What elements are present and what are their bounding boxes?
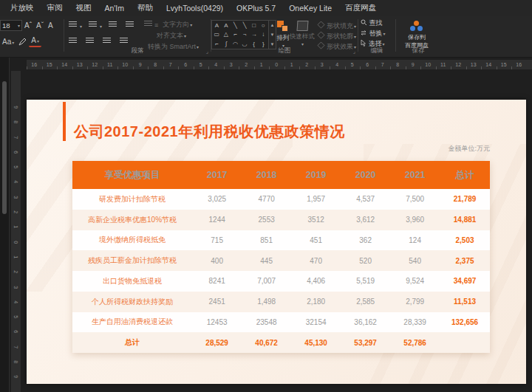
- shape-icon[interactable]: ↓: [259, 30, 268, 40]
- value-cell: 124: [390, 236, 440, 244]
- shape-icon[interactable]: ╲: [240, 21, 250, 30]
- ruler-tick: 0: [11, 237, 21, 247]
- numbering-button[interactable]: ▾: [84, 21, 104, 30]
- menu-item[interactable]: 百度网盘: [345, 3, 376, 13]
- bullets-button[interactable]: ▾: [64, 21, 84, 30]
- value-cell: 2451: [192, 298, 242, 306]
- ruler-tick: 13: [72, 60, 88, 69]
- menu-item[interactable]: OKPlus 5.7: [236, 4, 276, 13]
- find-button[interactable]: 查找: [358, 18, 385, 29]
- ruler-tick: 5: [11, 312, 21, 322]
- shape-icon[interactable]: ¬: [240, 30, 250, 40]
- justify-button[interactable]: [115, 37, 132, 47]
- table-row[interactable]: 研发费加计扣除节税3,02547701,9574,5377,50021,789: [72, 189, 490, 210]
- table-row[interactable]: 总计28,52940,67245,13053,29752,786: [72, 332, 490, 353]
- table-row[interactable]: 残疾员工薪金加计扣除节税4004454705205402,375: [72, 250, 490, 271]
- slide-canvas[interactable]: 公司2017-2021年利用税收优惠政策情况 金额单位:万元 享受优惠项目201…: [27, 100, 526, 384]
- ruler-tick: 5: [11, 162, 21, 172]
- arrange-icon: [277, 21, 290, 32]
- ruler-tick: 2: [11, 267, 21, 277]
- ruler-tick: 8: [11, 117, 21, 127]
- shape-icon[interactable]: ╲: [231, 21, 240, 30]
- slide-thumbnail-strip: [0, 58, 10, 392]
- slide-title[interactable]: 公司2017-2021年利用税收优惠政策情况: [74, 122, 345, 142]
- shape-gallery-shapes[interactable]: AA╲╲□○▭△⌐¬→↓⌐∫◠◡{}: [211, 20, 269, 49]
- shape-icon[interactable]: △: [222, 30, 231, 40]
- ruler-tick: 8: [148, 60, 163, 69]
- quick-styles-icon: [296, 21, 308, 31]
- ruler-tick: 16: [27, 60, 42, 69]
- shape-icon[interactable]: ○: [259, 21, 268, 30]
- shape-fill-button[interactable]: 形状填充▾: [315, 21, 358, 32]
- value-cell: 34,697: [440, 277, 490, 285]
- ruler-tick: 9: [406, 60, 421, 69]
- text-direction-button[interactable]: 文字方向▾: [160, 19, 194, 30]
- replace-button[interactable]: 替换▾: [358, 28, 388, 39]
- highlight-pen-button[interactable]: [16, 37, 29, 47]
- dialog-launcher-icon[interactable]: ⌟: [353, 49, 355, 55]
- font-size-combo[interactable]: 18 ▾: [0, 20, 22, 31]
- table-row[interactable]: 出口货物免抵退税82417,0074,4065,5199,52434,697: [72, 271, 490, 292]
- menu-item[interactable]: An'Im: [105, 4, 125, 13]
- value-cell: 28,339: [390, 318, 440, 326]
- menu-item[interactable]: 帮助: [137, 3, 153, 13]
- menu-item[interactable]: LvyhTools(0429): [166, 4, 223, 13]
- ruler-tick: 2: [11, 207, 21, 217]
- shape-gallery-scrollbar[interactable]: ▲ ▼ ▼: [269, 20, 276, 49]
- ruler-tick: 5: [345, 60, 361, 69]
- menu-item[interactable]: 视图: [76, 3, 92, 13]
- ruler-tick: 6: [360, 60, 375, 69]
- shape-icon[interactable]: ▭: [212, 30, 222, 40]
- ruler-tick: 1: [284, 60, 300, 69]
- ruler-tick: 4: [11, 298, 21, 307]
- value-cell: 5,519: [341, 277, 390, 285]
- line-spacing-button[interactable]: ≡: [140, 20, 160, 30]
- align-right-button[interactable]: [98, 37, 115, 47]
- shape-icon[interactable]: A: [212, 21, 222, 30]
- ruler-tick: 10: [420, 60, 436, 69]
- align-left-button[interactable]: [64, 37, 81, 47]
- change-case-button[interactable]: Aa▾: [0, 37, 16, 47]
- ruler-tick: 2: [239, 60, 254, 69]
- table-row[interactable]: 高新企业税率优惠10%节税1244255335123,6123,96014,88…: [72, 210, 490, 230]
- scroll-down-icon[interactable]: ▼: [269, 30, 276, 40]
- row-label-cell: 生产自用油消费税退还款: [72, 317, 192, 327]
- table-row[interactable]: 生产自用油消费税退还款12453235483215436,16228,33913…: [72, 312, 490, 333]
- menu-item[interactable]: 片放映: [10, 3, 34, 13]
- vertical-ruler: 9876543210123456789: [11, 71, 21, 392]
- indent-left-icon: [109, 21, 117, 28]
- unit-note[interactable]: 金额单位:万元: [448, 144, 490, 154]
- table-row[interactable]: 个人所得税财政扶持奖励24511,4982,1802,5852,79911,51…: [72, 292, 490, 312]
- ruler-tick: 2: [299, 60, 315, 69]
- save-group-label: 保存: [396, 47, 440, 55]
- save-to-baidu-button[interactable]: 保存到 百度网盘: [396, 21, 437, 49]
- menu-item[interactable]: OneKey Lite: [289, 4, 332, 13]
- shrink-font-button[interactable]: Aˇ: [34, 21, 46, 30]
- scroll-up-icon[interactable]: ▲: [269, 21, 276, 30]
- table-row[interactable]: 境外缴纳所得税抵免7158514513621242,503: [72, 230, 490, 251]
- font-color-button[interactable]: A▾: [29, 36, 41, 47]
- decrease-indent-button[interactable]: [104, 21, 121, 30]
- ruler-tick: 1: [11, 222, 21, 232]
- ruler-tick: 14: [481, 60, 497, 69]
- thumbnail-scrollbar[interactable]: [2, 81, 7, 214]
- ruler-tick: 9: [133, 60, 149, 69]
- row-label-cell: 境外缴纳所得税抵免: [72, 235, 192, 245]
- shape-icon[interactable]: A: [222, 21, 231, 30]
- menu-item[interactable]: 审阅: [47, 3, 63, 13]
- dialog-launcher-icon[interactable]: ⌟: [206, 49, 208, 55]
- grow-font-button[interactable]: Aˆ: [22, 21, 34, 30]
- shape-icon[interactable]: ⌐: [231, 30, 240, 40]
- clear-format-button[interactable]: A: [46, 21, 55, 30]
- editing-group-label: 编辑: [358, 47, 395, 55]
- shape-outline-button[interactable]: 形状轮廓▾: [315, 31, 358, 42]
- title-accent-bar: [63, 102, 66, 141]
- align-text-button[interactable]: 对齐文本▾: [154, 30, 188, 41]
- header-cell: 2018: [242, 170, 291, 180]
- align-center-button[interactable]: [81, 37, 98, 47]
- shape-icon[interactable]: →: [249, 30, 259, 40]
- benefits-table[interactable]: 享受优惠项目20172018201920202021总计 研发费加计扣除节税3,…: [72, 161, 490, 353]
- increase-indent-button[interactable]: [121, 21, 138, 30]
- shape-icon[interactable]: □: [249, 21, 259, 30]
- ruler-tick: 15: [42, 60, 58, 69]
